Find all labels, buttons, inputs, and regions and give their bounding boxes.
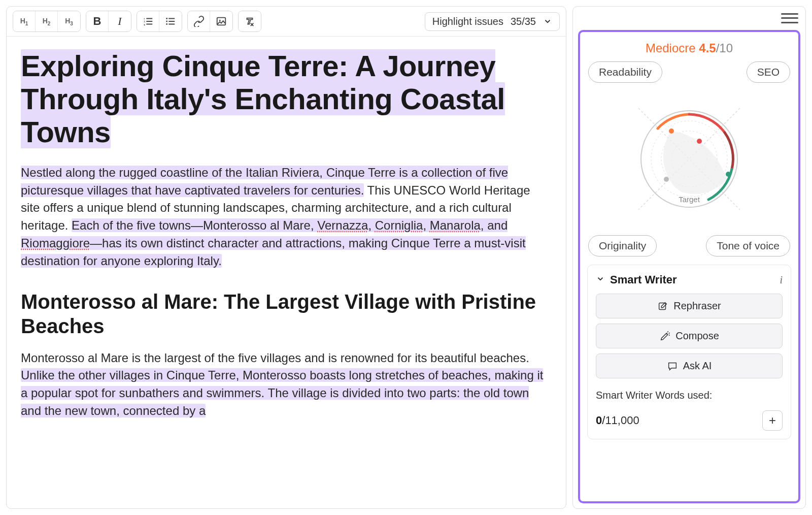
compose-icon xyxy=(659,331,670,342)
h2-button[interactable]: H2 xyxy=(36,11,58,31)
paragraph-2: Monterosso al Mare is the largest of the… xyxy=(21,349,552,420)
p1-pre: Each of the five towns—Monterosso al Mar… xyxy=(72,218,317,232)
usage-used: 0 xyxy=(596,414,602,427)
chevron-down-icon xyxy=(543,17,552,26)
svg-point-13 xyxy=(726,172,731,177)
h-sub: 3 xyxy=(70,20,73,26)
highlight-count: 35/35 xyxy=(511,16,536,27)
target-label: Target xyxy=(679,195,700,204)
ask-ai-button[interactable]: Ask AI xyxy=(596,353,783,378)
smart-writer-section: Smart Writer i Rephraser Compose Ask AI … xyxy=(587,265,791,439)
quality-score: Mediocre 4.5/10 xyxy=(587,41,791,55)
p2-plain: Monterosso al Mare is the largest of the… xyxy=(21,351,529,365)
metric-row-bottom: Originality Tone of voice xyxy=(588,235,790,256)
format-group: B I xyxy=(86,11,131,32)
compose-button[interactable]: Compose xyxy=(596,324,783,348)
chevron-down-icon xyxy=(596,274,605,285)
svg-point-2 xyxy=(166,23,167,25)
manarola: Manarola xyxy=(430,218,481,232)
list-group xyxy=(137,11,182,32)
s1: , xyxy=(368,218,375,232)
compose-label: Compose xyxy=(675,330,719,342)
rephraser-label: Rephraser xyxy=(673,300,721,312)
rephraser-button[interactable]: Rephraser xyxy=(596,294,783,318)
svg-point-14 xyxy=(664,177,669,182)
usage-block: Smart Writer Words used: 0/11,000 + xyxy=(596,390,783,431)
ordered-list-button[interactable] xyxy=(137,11,159,31)
h-sub: 1 xyxy=(25,20,28,26)
smart-writer-title: Smart Writer xyxy=(610,273,774,286)
link-button[interactable] xyxy=(188,11,210,31)
score-value: 4.5 xyxy=(699,41,716,55)
radar-chart: Target xyxy=(587,88,791,230)
clear-format-button[interactable] xyxy=(239,11,261,31)
highlight-label: Highlight issues xyxy=(432,16,503,27)
image-icon xyxy=(216,16,227,27)
title-text: Exploring Cinque Terre: A Journey Throug… xyxy=(21,49,505,148)
metric-seo[interactable]: SEO xyxy=(747,61,790,83)
p1-post: —has its own distinct character and attr… xyxy=(21,236,526,268)
highlight-issues-dropdown[interactable]: Highlight issues 35/35 xyxy=(425,12,560,31)
ask-ai-label: Ask AI xyxy=(683,360,712,372)
h-label: H xyxy=(20,17,25,25)
image-button[interactable] xyxy=(210,11,232,31)
insert-group xyxy=(187,11,233,32)
svg-point-4 xyxy=(219,20,221,21)
corniglia: Corniglia xyxy=(375,218,423,232)
heading-group: H1 H2 H3 xyxy=(13,11,81,32)
menu-button[interactable] xyxy=(781,12,798,25)
usage-label: Smart Writer Words used: xyxy=(596,390,783,401)
heading-monterosso: Monterosso al Mare: The Largest Village … xyxy=(21,289,552,338)
chat-icon xyxy=(667,361,678,372)
document-title: Exploring Cinque Terre: A Journey Throug… xyxy=(21,50,552,149)
usage-row: 0/11,000 + xyxy=(596,410,783,431)
p1-hl-b: Each of the five towns—Monterosso al Mar… xyxy=(21,218,526,268)
mid: , and xyxy=(481,218,507,232)
riomaggiore: Riomaggiore xyxy=(21,236,90,250)
svg-point-0 xyxy=(166,18,167,19)
clear-group xyxy=(238,11,261,32)
metric-originality[interactable]: Originality xyxy=(588,235,657,256)
editor-toolbar: H1 H2 H3 B I xyxy=(7,7,566,37)
metric-tone[interactable]: Tone of voice xyxy=(706,235,790,256)
svg-point-11 xyxy=(669,128,674,134)
clear-format-icon xyxy=(244,16,255,27)
score-label: Mediocre xyxy=(646,41,696,55)
analysis-panel: Mediocre 4.5/10 Readability SEO xyxy=(578,30,800,503)
info-icon[interactable]: i xyxy=(780,274,783,286)
add-words-button[interactable]: + xyxy=(762,410,783,431)
editor-pane: H1 H2 H3 B I xyxy=(6,6,566,509)
rephraser-icon xyxy=(657,301,668,312)
h-label: H xyxy=(65,17,70,25)
bold-button[interactable]: B xyxy=(86,11,109,31)
ordered-list-icon xyxy=(143,16,154,27)
smart-writer-header[interactable]: Smart Writer i xyxy=(596,273,783,286)
paragraph-1: Nestled along the rugged coastline of th… xyxy=(21,164,552,270)
radar-svg xyxy=(623,93,755,225)
h1-button[interactable]: H1 xyxy=(13,11,36,31)
p2-hl: Unlike the other villages in Cinque Terr… xyxy=(21,368,543,417)
s2: , xyxy=(423,218,429,232)
h-sub: 2 xyxy=(48,20,51,26)
metric-readability[interactable]: Readability xyxy=(588,61,662,83)
usage-limit: 11,000 xyxy=(605,414,639,427)
vernazza: Vernazza xyxy=(317,218,368,232)
sidebar-top xyxy=(573,7,805,27)
svg-point-12 xyxy=(697,139,702,144)
usage-text: 0/11,000 xyxy=(596,414,639,427)
link-icon xyxy=(193,16,205,27)
svg-point-1 xyxy=(166,21,167,22)
h-label: H xyxy=(43,17,48,25)
italic-button[interactable]: I xyxy=(109,11,131,31)
unordered-list-icon xyxy=(165,16,176,27)
document-content[interactable]: Exploring Cinque Terre: A Journey Throug… xyxy=(7,37,566,440)
h3-button[interactable]: H3 xyxy=(58,11,80,31)
unordered-list-button[interactable] xyxy=(159,11,182,31)
score-max: /10 xyxy=(716,41,733,55)
sidebar-pane: Mediocre 4.5/10 Readability SEO xyxy=(572,6,806,509)
metric-row-top: Readability SEO xyxy=(588,61,790,83)
